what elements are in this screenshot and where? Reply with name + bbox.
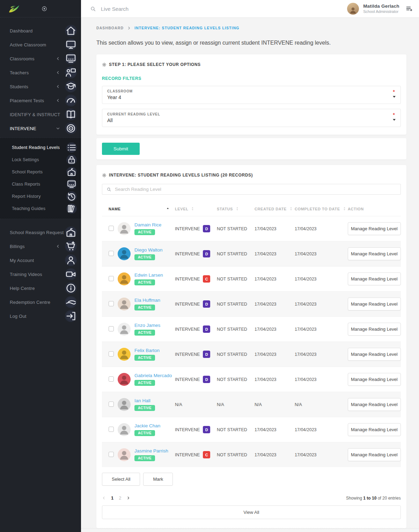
column-header-created-date[interactable]: CREATED DATE bbox=[255, 207, 295, 211]
row-status: NOT STARTED bbox=[217, 427, 255, 432]
sidebar-toggle-icon[interactable] bbox=[41, 6, 47, 12]
manage-reading-level-button[interactable]: Manage Reading Level bbox=[348, 398, 401, 411]
sidebar-item-classrooms[interactable]: Classrooms bbox=[0, 52, 81, 66]
sidebar-item-intervene[interactable]: INTERVENE bbox=[0, 121, 81, 135]
view-all-button[interactable]: View All bbox=[102, 505, 401, 519]
sidebar-item-placement-tests[interactable]: Placement Tests bbox=[0, 93, 81, 107]
student-name-link[interactable]: Felix Barton bbox=[134, 348, 160, 353]
breadcrumb-current[interactable]: INTERVENE: STUDENT READING LEVELS LISTIN… bbox=[134, 26, 239, 30]
row-checkbox[interactable] bbox=[109, 326, 114, 331]
student-name-link[interactable]: Ian Hall bbox=[134, 398, 150, 403]
sidebar-item-label: INTERVENE bbox=[10, 126, 56, 131]
manage-reading-level-button[interactable]: Manage Reading Level bbox=[348, 373, 401, 386]
reading-level-search-input[interactable] bbox=[115, 187, 400, 192]
student-name-link[interactable]: Ela Huffman bbox=[134, 298, 160, 303]
pagination: 12 bbox=[102, 495, 130, 501]
level-text: INTERVENE bbox=[175, 277, 200, 282]
row-checkbox[interactable] bbox=[109, 402, 114, 407]
mark-button[interactable]: Mark bbox=[143, 473, 173, 486]
table-header: NAME LEVEL STATUS CREATED DATE COMPLETED… bbox=[102, 207, 401, 216]
row-checkbox[interactable] bbox=[109, 427, 114, 432]
student-name-link[interactable]: Enzo James bbox=[134, 323, 160, 328]
row-completed-to-date: 17/04/2023 bbox=[295, 377, 348, 382]
pagination-prev-icon[interactable] bbox=[102, 496, 106, 500]
sidebar-item-label: Billings bbox=[10, 244, 56, 249]
row-created-date: 17/04/2023 bbox=[255, 377, 295, 382]
pagination-next-icon[interactable] bbox=[126, 496, 130, 500]
user-box[interactable]: Matilda Gerlach School Administrator bbox=[347, 3, 399, 15]
sidebar-item-billings[interactable]: Billings bbox=[0, 239, 81, 253]
manage-reading-level-button[interactable]: Manage Reading Level bbox=[348, 272, 401, 285]
student-avatar bbox=[118, 272, 131, 285]
sidebar-item-report-history[interactable]: Report History bbox=[0, 190, 81, 202]
row-checkbox[interactable] bbox=[109, 351, 114, 357]
row-completed-to-date: 17/04/2023 bbox=[295, 452, 348, 457]
sidebar-item-school-reassign-request[interactable]: School Reassign Request bbox=[0, 225, 81, 239]
manage-reading-level-button[interactable]: Manage Reading Level bbox=[348, 323, 401, 336]
add-list-icon[interactable] bbox=[406, 5, 413, 12]
table-row: Damain Rice ACTIVE INTERVENE D NOT START… bbox=[102, 216, 401, 241]
sidebar-item-students[interactable]: Students bbox=[0, 80, 81, 93]
table-row: Ian Hall ACTIVE N/A N/A N/A N/A Manage R… bbox=[102, 392, 401, 417]
sidebar-item-help-centre[interactable]: Help Centre bbox=[0, 281, 81, 295]
sidebar-item-school-reports[interactable]: School Reports bbox=[0, 166, 81, 178]
row-completed-to-date: N/A bbox=[295, 402, 348, 407]
sidebar-item-redemption-centre[interactable]: Redemption Centre bbox=[0, 295, 81, 309]
sidebar-item-active-classroom[interactable]: Active Classroom bbox=[0, 38, 81, 52]
column-header-name[interactable]: NAME bbox=[102, 207, 175, 211]
row-status: NOT STARTED bbox=[217, 302, 255, 307]
student-name-link[interactable]: Diego Walton bbox=[134, 247, 163, 253]
sidebar-item-lock-settings[interactable]: Lock Settings bbox=[0, 153, 81, 166]
classroom-select[interactable]: CLASSROOM Year 4 * bbox=[102, 86, 401, 104]
column-label: LEVEL bbox=[175, 207, 188, 211]
manage-reading-level-button[interactable]: Manage Reading Level bbox=[348, 247, 401, 260]
sidebar-item-student-reading-levels[interactable]: Student Reading Levels bbox=[0, 141, 81, 153]
row-checkbox[interactable] bbox=[109, 452, 114, 457]
sidebar-item-log-out[interactable]: Log Out bbox=[0, 309, 81, 323]
student-name-link[interactable]: Jackie Chan bbox=[134, 423, 160, 428]
student-name-link[interactable]: Gabriela Mercado bbox=[134, 373, 172, 378]
row-checkbox[interactable] bbox=[109, 376, 114, 382]
student-name-link[interactable]: Damain Rice bbox=[134, 222, 161, 227]
sidebar-item-identify-instruct[interactable]: IDENTIFY & INSTRUCT bbox=[0, 107, 81, 121]
sidebar-item-my-account[interactable]: My Account bbox=[0, 253, 81, 267]
sidebar-item-teachers[interactable]: Teachers bbox=[0, 66, 81, 80]
chevron-down-icon bbox=[56, 126, 60, 130]
filters-panel: STEP 1: PLEASE SELECT YOUR OPTIONS RECOR… bbox=[96, 54, 406, 135]
column-header-level[interactable]: LEVEL bbox=[175, 207, 217, 211]
current-reading-level-select[interactable]: CURRENT READING LEVEL All * bbox=[102, 109, 401, 127]
row-status: NOT STARTED bbox=[217, 252, 255, 256]
level-cell: INTERVENE D bbox=[175, 300, 217, 308]
row-checkbox[interactable] bbox=[109, 276, 114, 281]
row-checkbox[interactable] bbox=[109, 301, 114, 306]
column-header-completed-to-date[interactable]: COMPLETED TO DATE bbox=[295, 207, 348, 211]
student-name-link[interactable]: Jasmine Parrish bbox=[134, 448, 168, 454]
manage-reading-level-button[interactable]: Manage Reading Level bbox=[348, 423, 401, 436]
student-name-link[interactable]: Edwin Larsen bbox=[134, 272, 163, 278]
sidebar-item-label: Students bbox=[10, 84, 56, 89]
submit-button[interactable]: Submit bbox=[102, 143, 140, 155]
breadcrumb-dashboard-link[interactable]: DASHBOARD bbox=[96, 26, 124, 30]
live-search-input[interactable] bbox=[101, 6, 347, 12]
pagination-page-2[interactable]: 2 bbox=[119, 495, 121, 501]
manage-reading-level-button[interactable]: Manage Reading Level bbox=[348, 222, 401, 235]
sidebar-item-training-videos[interactable]: Training Videos bbox=[0, 267, 81, 281]
row-checkbox[interactable] bbox=[109, 251, 114, 256]
manage-reading-level-button[interactable]: Manage Reading Level bbox=[348, 298, 401, 310]
topbar: Matilda Gerlach School Administrator bbox=[81, 0, 419, 17]
sidebar-item-label: IDENTIFY & INSTRUCT bbox=[10, 112, 60, 117]
logout-icon bbox=[65, 310, 77, 322]
manage-reading-level-button[interactable]: Manage Reading Level bbox=[348, 348, 401, 361]
reading-level-select-label: CURRENT READING LEVEL bbox=[107, 112, 387, 116]
pagination-page-1[interactable]: 1 bbox=[111, 495, 113, 501]
sidebar-item-teaching-guides[interactable]: Teaching Guides bbox=[0, 202, 81, 215]
user-name: Matilda Gerlach bbox=[363, 3, 399, 9]
row-status: NOT STARTED bbox=[217, 327, 255, 332]
row-checkbox[interactable] bbox=[109, 226, 114, 231]
chevron-left-icon bbox=[56, 84, 60, 89]
sidebar-item-dashboard[interactable]: Dashboard bbox=[0, 24, 81, 38]
select-all-button[interactable]: Select All bbox=[102, 473, 140, 486]
manage-reading-level-button[interactable]: Manage Reading Level bbox=[348, 448, 401, 461]
column-header-status[interactable]: STATUS bbox=[217, 207, 255, 211]
sidebar-item-class-reports[interactable]: Class Reports bbox=[0, 178, 81, 190]
